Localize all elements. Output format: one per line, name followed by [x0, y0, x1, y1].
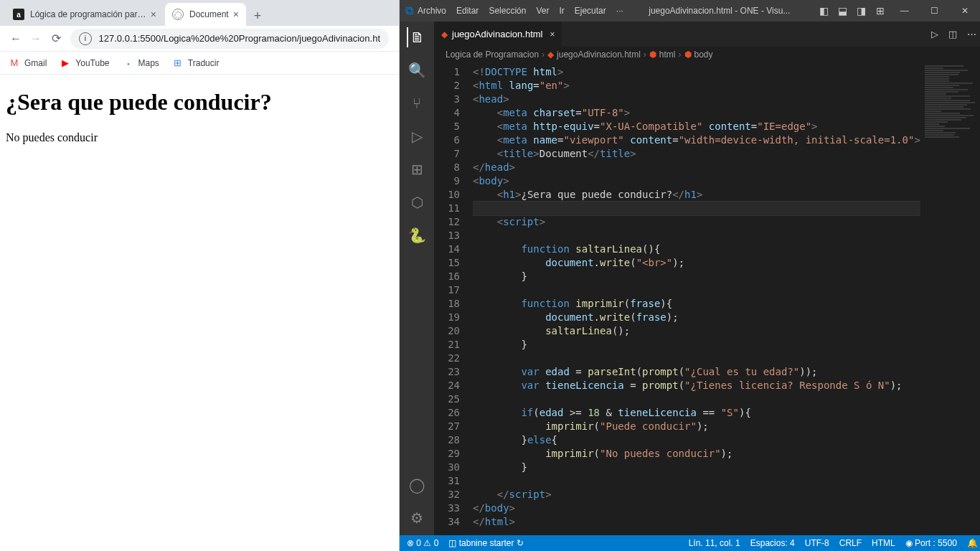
back-button[interactable]: ← [6, 29, 26, 49]
bookmark-maps[interactable]: ⬩Maps [123, 57, 159, 69]
page-heading: ¿Sera que puede conducir? [6, 89, 393, 116]
code-editor[interactable]: 1234567891011121314151617181920212223242… [434, 62, 980, 535]
menu-run[interactable]: Ejecutar [575, 6, 606, 16]
bookmark-gmail[interactable]: MGmail [9, 57, 47, 69]
minimap-content [925, 65, 980, 138]
maximize-button[interactable]: ☐ [920, 1, 949, 21]
browser-tab-2[interactable]: ◌ Document × [165, 3, 246, 26]
new-tab-button[interactable]: + [248, 6, 268, 26]
page-text: No puedes conducir [6, 131, 393, 144]
url-text: 127.0.0.1:5500/Logica%20de%20Programacio… [99, 33, 380, 44]
close-icon[interactable]: × [151, 9, 156, 20]
window-title: juegoAdivinacion.html - ONE - Visu... [628, 6, 811, 16]
status-lang[interactable]: HTML [872, 538, 895, 548]
layout-bottom-icon[interactable]: ⬓ [834, 2, 852, 19]
python-icon[interactable]: 🐍 [407, 225, 427, 245]
layout-right-icon[interactable]: ◨ [853, 2, 870, 19]
chevron-icon: › [542, 50, 545, 60]
editor-tab-label: juegoAdivinacion.html [452, 29, 542, 39]
browser-tab-1[interactable]: a Lógica de programación parte 2: × [6, 3, 164, 26]
breadcrumb-elem: body [694, 50, 713, 60]
split-icon[interactable]: ◫ [948, 29, 957, 39]
close-button[interactable]: ✕ [951, 1, 979, 21]
status-bar: ⊗ 0 ⚠ 0 ◫ tabnine starter ↻ Lín. 11, col… [400, 535, 980, 551]
status-spaces[interactable]: Espacios: 4 [750, 538, 795, 548]
page-content: ¿Sera que puede conducir? No puedes cond… [0, 75, 399, 551]
status-tabnine[interactable]: ◫ tabnine starter ↻ [448, 538, 523, 548]
explorer-icon[interactable]: 🗎 [407, 27, 427, 47]
menu-file[interactable]: Archivo [418, 6, 446, 16]
menu-view[interactable]: Ver [536, 6, 549, 16]
menu-edit[interactable]: Editar [456, 6, 479, 16]
favicon-alura: a [13, 9, 24, 20]
menu-bar: Archivo Editar Selección Ver Ir Ejecutar… [418, 6, 623, 16]
breadcrumb-elem: html [659, 50, 676, 60]
site-info-icon[interactable]: i [79, 32, 92, 45]
bookmark-translate[interactable]: ⊞Traducir [172, 57, 220, 69]
menu-selection[interactable]: Selección [489, 6, 526, 16]
forward-button[interactable]: → [26, 29, 46, 49]
youtube-icon: ▶ [60, 57, 71, 69]
minimize-button[interactable]: — [890, 1, 919, 21]
editor-area: ◆ juegoAdivinacion.html × ▷ ◫ ⋯ Logica d… [434, 22, 980, 535]
tag-icon: ⬢ [649, 50, 656, 60]
vscode-logo-icon: ⧉ [405, 4, 413, 17]
code-content[interactable]: <!DOCTYPE html><html lang="en"><head> <m… [473, 62, 920, 535]
vscode-body: 🗎 🔍 ⑂ ▷ ⊞ ⬡ 🐍 ◯ ⚙ ◆ juegoAdivinacion.htm… [400, 22, 980, 535]
html-file-icon: ◆ [441, 29, 448, 39]
html-file-icon: ◆ [547, 50, 554, 60]
window-controls: ◧ ⬓ ◨ ⊞ — ☐ ✕ [816, 1, 979, 21]
tag-icon: ⬢ [684, 50, 692, 60]
close-icon[interactable]: × [233, 9, 239, 20]
gmail-icon: M [9, 57, 20, 69]
source-control-icon[interactable]: ⑂ [407, 93, 427, 113]
remote-icon[interactable]: ⬡ [407, 192, 427, 212]
run-debug-icon[interactable]: ▷ [407, 126, 427, 146]
settings-icon[interactable]: ⚙ [407, 508, 427, 528]
tab-title: Document [189, 9, 229, 19]
menu-go[interactable]: Ir [559, 6, 564, 16]
chrome-browser: a Lógica de programación parte 2: × ◌ Do… [0, 0, 400, 551]
editor-tab[interactable]: ◆ juegoAdivinacion.html × [434, 22, 562, 47]
vscode-window: ⧉ Archivo Editar Selección Ver Ir Ejecut… [400, 0, 980, 551]
translate-icon: ⊞ [172, 57, 184, 69]
account-icon[interactable]: ◯ [407, 475, 427, 495]
search-icon[interactable]: 🔍 [407, 60, 427, 80]
bookmark-youtube[interactable]: ▶YouTube [60, 57, 109, 69]
extensions-icon[interactable]: ⊞ [407, 159, 427, 179]
chevron-icon: › [644, 50, 646, 60]
vscode-titlebar: ⧉ Archivo Editar Selección Ver Ir Ejecut… [400, 0, 980, 22]
run-icon[interactable]: ▷ [931, 29, 938, 39]
status-lncol[interactable]: Lín. 11, col. 1 [689, 538, 740, 548]
address-bar: ← → ⟳ i 127.0.0.1:5500/Logica%20de%20Pro… [0, 26, 399, 52]
bookmarks-bar: MGmail ▶YouTube ⬩Maps ⊞Traducir [0, 52, 399, 75]
tab-title: Lógica de programación parte 2: [30, 9, 146, 19]
reload-button[interactable]: ⟳ [46, 29, 66, 49]
status-errors[interactable]: ⊗ 0 ⚠ 0 [407, 538, 438, 548]
activity-bar: 🗎 🔍 ⑂ ▷ ⊞ ⬡ 🐍 ◯ ⚙ [400, 22, 434, 535]
url-input[interactable]: i 127.0.0.1:5500/Logica%20de%20Programac… [70, 29, 389, 49]
editor-tabs: ◆ juegoAdivinacion.html × ▷ ◫ ⋯ [434, 22, 980, 47]
editor-actions: ▷ ◫ ⋯ [931, 22, 980, 47]
breadcrumb-folder: Logica de Programacion [446, 50, 539, 60]
status-bell-icon[interactable]: 🔔 [967, 538, 978, 548]
breadcrumb-file: juegoAdivinacion.html [557, 50, 641, 60]
favicon-document: ◌ [172, 9, 184, 20]
breadcrumb[interactable]: Logica de Programacion › ◆ juegoAdivinac… [434, 47, 980, 62]
status-eol[interactable]: CRLF [839, 538, 862, 548]
chevron-icon: › [679, 50, 682, 60]
layout-left-icon[interactable]: ◧ [816, 2, 833, 19]
line-gutter: 1234567891011121314151617181920212223242… [434, 62, 473, 535]
menu-more[interactable]: ··· [616, 6, 623, 16]
maps-icon: ⬩ [123, 57, 134, 69]
status-port[interactable]: ◉ Port : 5500 [905, 538, 957, 548]
status-encoding[interactable]: UTF-8 [805, 538, 829, 548]
layout-grid-icon[interactable]: ⊞ [872, 2, 889, 19]
close-icon[interactable]: × [550, 29, 555, 39]
more-icon[interactable]: ⋯ [967, 29, 976, 39]
minimap[interactable] [920, 62, 980, 535]
browser-tab-bar: a Lógica de programación parte 2: × ◌ Do… [0, 0, 399, 26]
